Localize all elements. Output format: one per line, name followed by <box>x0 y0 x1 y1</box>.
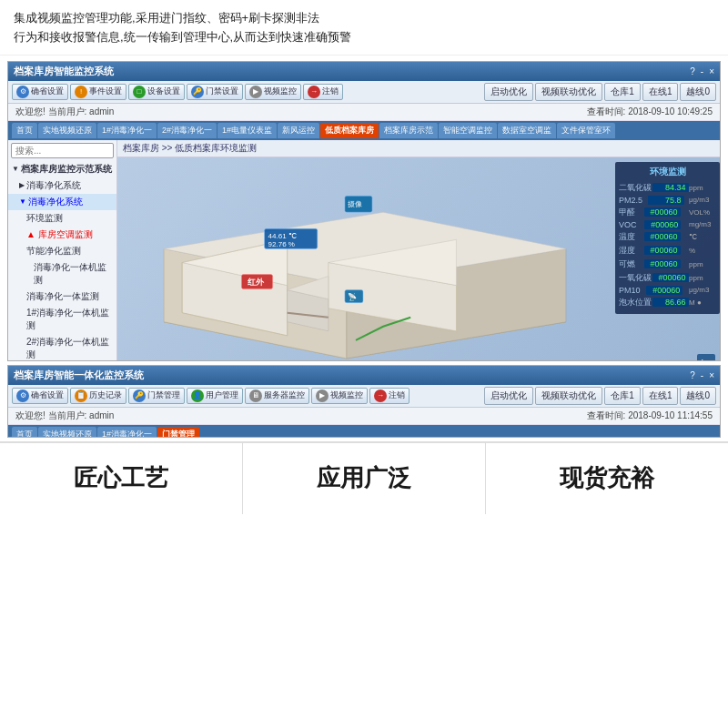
env-row-formaldehyde: 甲醛 #00060 VOL% <box>619 207 716 218</box>
lower-system-title: 档案库房智能一体化监控系统 <box>14 369 144 382</box>
env-row-pm10: PM10 #00060 μg/m3 <box>619 286 716 295</box>
tab-lowq[interactable]: 低质档案库房 <box>320 123 379 138</box>
bottom-banner: 匠心工艺 应用广泛 现货充裕 <box>0 441 728 514</box>
lower-tab-disinfect[interactable]: 1#消毒净化一 <box>97 427 157 438</box>
tree-item-ac-alert[interactable]: ▲ 库房空调监测 <box>8 227 116 243</box>
tab-home[interactable]: 首页 <box>12 123 37 138</box>
upper-top-tabs: 首页 实地视频还原 1#消毒净化一 2#消毒净化一 1#电量仪表监 新风运控 低… <box>8 121 720 140</box>
lower-minimize-icon[interactable]: - <box>701 370 703 380</box>
lower-titlebar-controls: ? - × <box>690 370 714 380</box>
tree-item-unit1a[interactable]: 1#消毒净化一体机监测 <box>8 305 116 334</box>
banner-wide-text: 应用广泛 <box>317 462 411 494</box>
tree-item-root[interactable]: ▼ 档案库房监控示范系统 <box>8 161 116 177</box>
breadcrumb: 档案库房 >> 低质档案库环境监测 <box>117 140 720 157</box>
tab-showcase[interactable]: 档案库房示范 <box>379 123 438 138</box>
tab-ac[interactable]: 智能空调监控 <box>439 123 497 138</box>
collapse-icon: ▼ <box>12 165 19 173</box>
tree-item-eco[interactable]: 节能净化监测 <box>8 243 116 259</box>
second-nav-1[interactable]: 视频联动优化 <box>535 83 602 101</box>
lower-nav-video[interactable]: ▶ 视频监控 <box>311 388 368 404</box>
svg-text:红外: 红外 <box>247 277 265 286</box>
lower-nav-logout[interactable]: → 注销 <box>369 388 410 404</box>
second-nav-3[interactable]: 在线1 <box>642 83 679 101</box>
env-row-temp: 温度 #00060 ℃ <box>619 231 716 243</box>
tree-item-disinfect1[interactable]: ▶ 消毒净化系统 <box>8 177 116 194</box>
lower-second-nav-4[interactable]: 越线0 <box>680 387 716 405</box>
search-input[interactable] <box>11 143 114 158</box>
tree-item-env[interactable]: 环境监测 <box>8 210 116 227</box>
lower-nav-server[interactable]: 🖥 服务器监控 <box>245 388 309 404</box>
close-icon[interactable]: × <box>709 66 714 76</box>
env-panel: 环境监测 二氧化碳 84.34 ppm PM2.5 75.8 μg/m3 甲醛 … <box>615 162 720 314</box>
upper-titlebar: 档案库房智能监控系统 ? - × <box>8 62 720 81</box>
access-icon: 🔑 <box>191 86 204 98</box>
building-3d-svg: 44.61 ℃ 92.76 % 红外 摄像 📡 <box>117 157 612 361</box>
tab-disinfect2[interactable]: 2#消毒净化一 <box>157 123 217 138</box>
upper-welcome-bar: 欢迎您! 当前用户: admin 查看时间: 2018-09-10 10:49:… <box>8 104 720 121</box>
env-row-water: 泡水位置 86.66 M ● <box>619 297 716 308</box>
lower-user-icon: 👤 <box>191 389 204 402</box>
env-row-co2: 二氧化碳 84.34 ppm <box>619 182 716 194</box>
tree-item-unit[interactable]: 消毒净化一体机监测 <box>8 259 116 288</box>
lower-tab-access[interactable]: 门禁管理 <box>157 427 199 438</box>
sidebar-tree: ▼ 档案库房监控示范系统 ▶ 消毒净化系统 ▼ 消毒净化系统 环境监测 ▲ 库房… <box>8 161 116 361</box>
datetime-text: 查看时间: 2018-09-10 10:49:25 <box>587 106 713 118</box>
desc-line2: 行为和接收报警信息,统一传输到管理中心,从而达到快速准确预警 <box>14 28 714 47</box>
lower-second-nav-0[interactable]: 启动优化 <box>484 387 533 405</box>
svg-text:92.76 %: 92.76 % <box>268 240 295 248</box>
floorplan-area: 44.61 ℃ 92.76 % 红外 摄像 📡 环境监测 <box>117 157 720 361</box>
lower-datetime-text: 查看时间: 2018-09-10 11:14:55 <box>587 410 713 422</box>
env-row-voc: VOC #00060 mg/m3 <box>619 220 716 229</box>
second-nav-4[interactable]: 越线0 <box>680 83 716 101</box>
lower-tab-video[interactable]: 实地视频还原 <box>38 427 96 438</box>
lower-nav-access[interactable]: 🔑 门禁管理 <box>128 388 185 404</box>
device-icon: □ <box>133 86 146 98</box>
banner-section-wide: 应用广泛 <box>243 443 486 514</box>
monitor-icon: ▶ <box>249 86 262 98</box>
lower-top-tabs: 首页 实地视频还原 1#消毒净化一 门禁管理 <box>8 425 720 438</box>
nav-settings[interactable]: ⚙ 确省设置 <box>12 84 68 100</box>
lower-tab-home[interactable]: 首页 <box>12 427 37 438</box>
lower-help-icon[interactable]: ? <box>690 370 695 380</box>
expand-icon: ▶ <box>19 181 25 189</box>
nav-monitor[interactable]: ▶ 视频监控 <box>245 84 301 100</box>
tab-power[interactable]: 1#电量仪表监 <box>217 123 277 138</box>
lower-navbar: ⚙ 确省设置 📋 历史记录 🔑 门禁管理 👤 用户管理 🖥 服务器监控 ▶ 视频… <box>8 385 720 408</box>
second-nav-2[interactable]: 仓库1 <box>604 83 641 101</box>
tab-dataroom[interactable]: 数据室空调监 <box>498 123 556 138</box>
nav-device[interactable]: □ 设备设置 <box>128 84 185 100</box>
lower-logout-icon: → <box>374 389 387 402</box>
upper-system-title: 档案库房智能监控系统 <box>14 65 114 78</box>
lower-second-nav-3[interactable]: 在线1 <box>642 387 679 405</box>
lower-close-icon[interactable]: × <box>709 370 714 380</box>
env-row-combustible: 可燃 #00060 ppm <box>619 258 716 270</box>
upper-sidebar: ▼ 档案库房监控示范系统 ▶ 消毒净化系统 ▼ 消毒净化系统 环境监测 ▲ 库房… <box>8 140 117 361</box>
lower-video-icon: ▶ <box>316 389 329 402</box>
tree-item-unit2a[interactable]: 2#消毒净化一体机监测 <box>8 334 116 361</box>
svg-text:摄像: 摄像 <box>348 200 362 208</box>
lower-second-nav-2[interactable]: 仓库1 <box>604 387 641 405</box>
minimize-icon[interactable]: - <box>701 66 703 76</box>
lower-welcome-bar: 欢迎您! 当前用户: admin 查看时间: 2018-09-10 11:14:… <box>8 408 720 425</box>
second-nav-0[interactable]: 启动优化 <box>484 83 533 101</box>
upper-titlebar-controls: ? - × <box>690 66 714 76</box>
upper-main-content: ▼ 档案库房监控示范系统 ▶ 消毒净化系统 ▼ 消毒净化系统 环境监测 ▲ 库房… <box>8 140 720 361</box>
lower-nav-settings[interactable]: ⚙ 确省设置 <box>12 388 68 404</box>
nav-next-arrow[interactable]: ▶ <box>697 354 715 361</box>
tab-video[interactable]: 实地视频还原 <box>38 123 96 138</box>
lower-nav-user[interactable]: 👤 用户管理 <box>187 388 243 404</box>
nav-event[interactable]: ! 事件设置 <box>70 84 126 100</box>
nav-logout[interactable]: → 注销 <box>303 84 343 100</box>
tab-fileroom[interactable]: 文件保管室环 <box>557 123 615 138</box>
lower-second-nav-1[interactable]: 视频联动优化 <box>535 387 602 405</box>
help-icon[interactable]: ? <box>690 66 695 76</box>
lower-nav-history[interactable]: 📋 历史记录 <box>70 388 126 404</box>
tree-item-disinfect2[interactable]: ▼ 消毒净化系统 <box>8 194 116 210</box>
tab-disinfect1[interactable]: 1#消毒净化一 <box>97 123 157 138</box>
upper-navbar: ⚙ 确省设置 ! 事件设置 □ 设备设置 🔑 门禁设置 ▶ 视频监控 → 注销 … <box>8 81 720 104</box>
nav-access[interactable]: 🔑 门禁设置 <box>187 84 243 100</box>
top-description: 集成视频监控管理功能,采用进门指纹、密码+刷卡探测非法 行为和接收报警信息,统一… <box>0 0 728 56</box>
tab-ventilation[interactable]: 新风运控 <box>278 123 319 138</box>
tree-item-unit2[interactable]: 消毒净化一体监测 <box>8 288 116 305</box>
upper-main: 档案库房 >> 低质档案库环境监测 <box>117 140 720 361</box>
